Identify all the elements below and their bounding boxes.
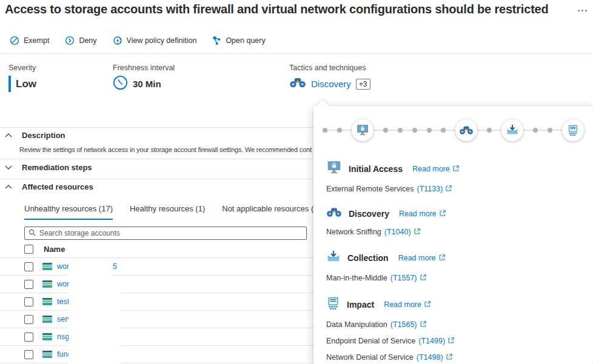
severity-bar (8, 76, 11, 92)
row-checkbox[interactable] (24, 262, 33, 271)
resource-tabs: Unhealthy resources (17) Healthy resourc… (24, 204, 321, 220)
storage-account-icon (42, 263, 52, 270)
affected-resources-section-header[interactable]: Affected resources (5, 182, 93, 191)
recommendation-page: Access to storage accounts with firewall… (0, 0, 593, 364)
tactics-timeline (320, 119, 587, 142)
timeline-dot (441, 128, 446, 133)
tactics-flyout: Initial Access Read more External Remote… (313, 106, 593, 364)
storage-account-icon (42, 316, 52, 323)
timeline-dot (533, 128, 538, 133)
technique-item: Endpoint Denial of Service (T1499) (326, 337, 593, 345)
row-checkbox[interactable] (24, 333, 33, 342)
row-checkbox[interactable] (24, 315, 33, 324)
timeline-dot (337, 128, 342, 133)
description-section-header[interactable]: Description (5, 131, 65, 140)
external-link-icon (439, 254, 445, 262)
collection-icon (501, 119, 523, 141)
toolbar-divider (0, 53, 593, 54)
technique-id-link[interactable]: (T1565) (390, 320, 417, 329)
deny-button[interactable]: Deny (65, 36, 96, 45)
technique-id-link[interactable]: (T1499) (418, 337, 445, 345)
redaction-box (69, 328, 120, 346)
exempt-button[interactable]: Exempt (10, 36, 49, 45)
initial-access-icon (352, 119, 374, 141)
resource-name-suffix[interactable]: 5 (113, 262, 117, 271)
tactic-impact: Impact Read more Data Manipulation (T156… (326, 296, 593, 362)
row-checkbox[interactable] (24, 280, 33, 289)
search-icon (28, 228, 36, 239)
external-link-icon (424, 300, 431, 309)
search-box[interactable] (24, 227, 307, 240)
impact-icon (562, 119, 584, 141)
discovery-icon (455, 119, 477, 141)
command-bar: Exempt Deny View policy definition (10, 36, 266, 45)
external-link-icon (446, 185, 452, 193)
timeline-dot (323, 128, 327, 133)
open-query-button[interactable]: Open query (212, 36, 265, 45)
redaction-box (69, 293, 120, 311)
initial-access-icon (326, 160, 342, 177)
flyout-caret (317, 100, 329, 113)
read-more-link[interactable]: Read more (384, 300, 431, 309)
tab-healthy-resources[interactable]: Healthy resources (1) (130, 204, 205, 220)
collection-icon (326, 250, 341, 266)
technique-id-link[interactable]: (T1557) (390, 274, 417, 282)
read-more-link[interactable]: Read more (412, 165, 459, 173)
tactics-summary: Tactics and techniques Discovery +3 (289, 64, 370, 91)
more-options-icon[interactable] (578, 10, 587, 12)
technique-item: Man-in-the-Middle (T1557) (326, 274, 593, 282)
external-link-icon (446, 353, 452, 362)
exempt-icon (10, 36, 19, 45)
technique-item: Data Manipulation (T1565) (326, 320, 593, 329)
tactics-list: Initial Access Read more External Remote… (326, 160, 593, 362)
policy-definition-icon (113, 36, 122, 45)
tactic-initial-access: Initial Access Read more External Remote… (326, 160, 593, 193)
technique-item: Network Denial of Service (T1498) (326, 353, 593, 362)
storage-account-icon (42, 333, 52, 340)
external-link-icon (420, 320, 426, 329)
external-link-icon (420, 274, 426, 282)
severity-summary: Severity Low (8, 64, 36, 92)
freshness-summary: Freshness interval 30 Min (113, 64, 175, 93)
technique-id-link[interactable]: (T1040) (384, 228, 411, 236)
external-link-icon (414, 228, 420, 236)
search-input[interactable] (39, 229, 303, 237)
tab-unhealthy-resources[interactable]: Unhealthy resources (17) (24, 204, 113, 220)
row-checkbox[interactable] (24, 297, 33, 306)
timeline-dot (412, 128, 417, 133)
deny-icon (65, 36, 75, 45)
external-link-icon (448, 337, 454, 345)
tab-not-applicable-resources[interactable]: Not applicable resources (0) (222, 204, 321, 220)
read-more-link[interactable]: Read more (398, 254, 445, 262)
timeline-dot (383, 128, 388, 133)
tactic-collection: Collection Read more Man-in-the-Middle (… (326, 250, 593, 282)
description-text: Review the settings of network access in… (19, 146, 312, 153)
row-checkbox[interactable] (24, 350, 33, 359)
severity-value: Low (16, 78, 36, 90)
technique-id-link[interactable]: (T1498) (417, 353, 443, 362)
tactic-discovery-link[interactable]: Discovery (311, 79, 351, 89)
name-column-header: Name (44, 245, 65, 254)
page-title: Access to storage accounts with firewall… (5, 2, 549, 16)
timeline-dot (487, 128, 492, 133)
view-policy-definition-button[interactable]: View policy definition (113, 36, 197, 45)
timeline-dot (398, 128, 403, 133)
tactic-discovery: Discovery Read more Network Sniffing (T1… (326, 207, 593, 236)
technique-item: Network Sniffing (T1040) (326, 228, 593, 236)
timeline-dot (548, 128, 552, 133)
clock-icon (113, 75, 128, 93)
tactics-more-badge[interactable]: +3 (356, 79, 370, 90)
chevron-up-icon (5, 131, 12, 140)
select-all-checkbox[interactable] (24, 245, 33, 254)
impact-icon (326, 296, 340, 313)
chevron-down-icon (5, 163, 12, 172)
technique-item: External Remote Services (T1133) (326, 185, 593, 193)
storage-account-icon (42, 298, 52, 305)
freshness-value: 30 Min (133, 79, 161, 89)
redaction-box (69, 258, 111, 276)
storage-account-icon (42, 351, 52, 358)
remediation-section-header[interactable]: Remediation steps (5, 163, 92, 172)
technique-id-link[interactable]: (T1133) (417, 185, 443, 193)
read-more-link[interactable]: Read more (399, 210, 446, 218)
storage-account-icon (42, 280, 52, 288)
